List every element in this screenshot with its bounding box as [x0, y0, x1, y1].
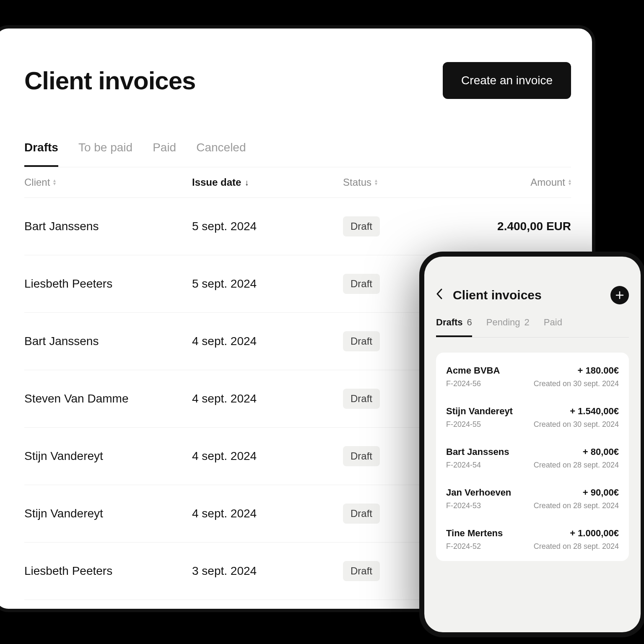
tab-paid[interactable]: Paid — [153, 141, 176, 167]
mobile-tabs: Drafts 6 Pending 2 Paid — [436, 317, 629, 338]
cell-date: 4 sept. 2024 — [192, 335, 343, 348]
item-client: Jan Verhoeven — [446, 487, 511, 498]
back-icon[interactable] — [436, 288, 446, 302]
item-client: Stijn Vandereyt — [446, 406, 513, 417]
status-badge: Draft — [343, 446, 380, 466]
mobile-tab-count: 2 — [525, 317, 530, 328]
col-client-label: Client — [24, 177, 50, 188]
col-issue-date-label: Issue date — [192, 177, 241, 188]
status-badge: Draft — [343, 274, 380, 294]
status-badge: Draft — [343, 561, 380, 581]
cell-date: 5 sept. 2024 — [192, 220, 343, 233]
item-meta: Created on 28 sept. 2024 — [534, 501, 619, 510]
item-client: Acme BVBA — [446, 365, 500, 376]
status-badge: Draft — [343, 216, 380, 236]
cell-client: Stijn Vandereyt — [24, 449, 192, 463]
create-invoice-button[interactable]: Create an invoice — [443, 62, 571, 99]
col-client[interactable]: Client ▴▾ — [24, 177, 192, 188]
cell-date: 4 sept. 2024 — [192, 392, 343, 405]
item-meta: Created on 28 sept. 2024 — [534, 542, 619, 551]
list-item[interactable]: Jan Verhoeven + 90,00€ F-2024-53 Created… — [446, 477, 619, 518]
mobile-bezel: Client invoices Drafts 6 Pending 2 — [419, 252, 644, 637]
table-header: Client ▴▾ Issue date ↓ Status ▴▾ Amount … — [24, 167, 571, 198]
item-amount: + 1.000,00€ — [570, 528, 619, 539]
cell-amount: 2.400,00 EUR — [469, 220, 571, 233]
status-badge: Draft — [343, 331, 380, 351]
mobile-tab-drafts[interactable]: Drafts 6 — [436, 317, 472, 337]
sort-desc-icon: ↓ — [244, 178, 249, 187]
cell-date: 5 sept. 2024 — [192, 277, 343, 291]
list-item[interactable]: Tine Mertens + 1.000,00€ F-2024-52 Creat… — [446, 518, 619, 558]
item-client: Tine Mertens — [446, 528, 503, 539]
col-issue-date[interactable]: Issue date ↓ — [192, 177, 343, 188]
cell-client: Bart Janssens — [24, 335, 192, 348]
cell-client: Bart Janssens — [24, 220, 192, 233]
status-badge: Draft — [343, 389, 380, 409]
tab-to-be-paid[interactable]: To be paid — [78, 141, 132, 167]
mobile-tab-label: Drafts — [436, 317, 463, 328]
item-client: Bart Janssens — [446, 447, 509, 457]
cell-client: Stijn Vandereyt — [24, 507, 192, 520]
item-meta: Created on 30 sept. 2024 — [534, 420, 619, 429]
status-badge: Draft — [343, 504, 380, 524]
mobile-tab-count: 6 — [467, 317, 472, 328]
list-item[interactable]: Acme BVBA + 180.00€ F-2024-56 Created on… — [446, 355, 619, 396]
item-ref: F-2024-56 — [446, 379, 481, 388]
add-invoice-button[interactable] — [610, 286, 629, 304]
item-amount: + 180.00€ — [578, 365, 619, 376]
list-item[interactable]: Stijn Vandereyt + 1.540,00€ F-2024-55 Cr… — [446, 396, 619, 436]
desktop-tabs: Drafts To be paid Paid Canceled — [24, 141, 571, 167]
cell-client: Liesbeth Peeters — [24, 564, 192, 578]
item-ref: F-2024-52 — [446, 542, 481, 551]
mobile-header: Client invoices — [436, 286, 629, 304]
mobile-tab-paid[interactable]: Paid — [544, 317, 562, 337]
item-ref: F-2024-53 — [446, 501, 481, 510]
sort-icon: ▴▾ — [569, 179, 571, 186]
col-status[interactable]: Status ▴▾ — [343, 177, 469, 188]
sort-icon: ▴▾ — [53, 179, 56, 186]
item-amount: + 80,00€ — [583, 447, 619, 457]
item-meta: Created on 28 sept. 2024 — [534, 461, 619, 470]
mobile-device: Client invoices Drafts 6 Pending 2 — [419, 252, 644, 637]
col-status-label: Status — [343, 177, 371, 188]
cell-client: Liesbeth Peeters — [24, 277, 192, 291]
mobile-screen: Client invoices Drafts 6 Pending 2 — [424, 257, 641, 632]
cell-date: 4 sept. 2024 — [192, 507, 343, 520]
col-amount[interactable]: Amount ▴▾ — [469, 177, 571, 188]
cell-date: 4 sept. 2024 — [192, 449, 343, 463]
item-ref: F-2024-55 — [446, 420, 481, 429]
mobile-tab-label: Paid — [544, 317, 562, 328]
mobile-title: Client invoices — [453, 288, 604, 302]
mobile-invoice-list: Acme BVBA + 180.00€ F-2024-56 Created on… — [436, 353, 629, 561]
mobile-tab-pending[interactable]: Pending 2 — [486, 317, 530, 337]
item-ref: F-2024-54 — [446, 461, 481, 470]
sort-icon: ▴▾ — [375, 179, 377, 186]
cell-client: Steven Van Damme — [24, 392, 192, 405]
table-row[interactable]: Bart Janssens 5 sept. 2024 Draft 2.400,0… — [24, 198, 571, 255]
tab-canceled[interactable]: Canceled — [196, 141, 246, 167]
item-meta: Created on 30 sept. 2024 — [534, 379, 619, 388]
col-amount-label: Amount — [530, 177, 565, 188]
page-title: Client invoices — [24, 66, 195, 95]
list-item[interactable]: Bart Janssens + 80,00€ F-2024-54 Created… — [446, 436, 619, 477]
mobile-tab-label: Pending — [486, 317, 520, 328]
item-amount: + 1.540,00€ — [570, 406, 619, 417]
desktop-header: Client invoices Create an invoice — [24, 62, 571, 99]
cell-date: 3 sept. 2024 — [192, 564, 343, 578]
item-amount: + 90,00€ — [583, 487, 619, 498]
tab-drafts[interactable]: Drafts — [24, 141, 58, 167]
